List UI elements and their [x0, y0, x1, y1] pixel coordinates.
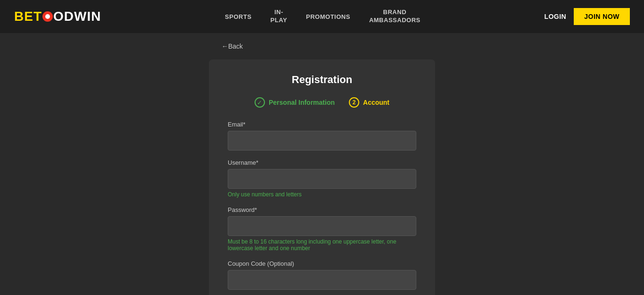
logo-bet: BET — [14, 9, 42, 24]
nav-promotions[interactable]: PROMOTIONS — [306, 13, 350, 20]
coupon-label: Coupon Code (Optional) — [228, 260, 416, 267]
back-link[interactable]: ←Back — [207, 33, 644, 59]
logo-o-icon — [42, 11, 53, 22]
username-input[interactable] — [228, 169, 416, 189]
join-button[interactable]: JOIN NOW — [574, 8, 630, 25]
site-logo: BET ODWIN — [14, 9, 101, 24]
site-header: BET ODWIN SPORTS IN-PLAY PROMOTIONS BRAN… — [0, 0, 644, 33]
step-check-icon: ✓ — [255, 97, 265, 108]
password-input[interactable] — [228, 216, 416, 236]
password-field-group: Password* Must be 8 to 16 characters lon… — [228, 206, 416, 252]
username-field-group: Username* Only use numbers and letters — [228, 159, 416, 198]
step-number-icon: 2 — [349, 97, 359, 108]
step-personal-information: ✓ Personal Information — [255, 97, 335, 108]
form-title: Registration — [228, 74, 416, 86]
header-actions: LOGIN JOIN NOW — [544, 8, 630, 25]
main-nav: SPORTS IN-PLAY PROMOTIONS BRANDAMBASSADO… — [225, 8, 421, 25]
coupon-input[interactable] — [228, 270, 416, 290]
email-field-group: Email* — [228, 121, 416, 151]
password-hint: Must be 8 to 16 characters long includin… — [228, 238, 416, 252]
nav-sports[interactable]: SPORTS — [225, 13, 251, 20]
logo-goodwin: ODWIN — [53, 9, 101, 24]
login-button[interactable]: LOGIN — [544, 13, 566, 20]
registration-form: Registration ✓ Personal Information 2 Ac… — [209, 59, 435, 295]
step-personal-label: Personal Information — [269, 99, 335, 106]
username-label: Username* — [228, 159, 416, 166]
step-account: 2 Account — [349, 97, 389, 108]
nav-in-play[interactable]: IN-PLAY — [271, 8, 287, 25]
username-hint: Only use numbers and letters — [228, 191, 416, 198]
email-input[interactable] — [228, 131, 416, 151]
nav-brand-ambassadors[interactable]: BRANDAMBASSADORS — [369, 8, 421, 25]
step-account-label: Account — [363, 99, 389, 106]
password-label: Password* — [228, 206, 416, 213]
coupon-field-group: Coupon Code (Optional) — [228, 260, 416, 290]
email-label: Email* — [228, 121, 416, 128]
form-steps: ✓ Personal Information 2 Account — [228, 97, 416, 108]
